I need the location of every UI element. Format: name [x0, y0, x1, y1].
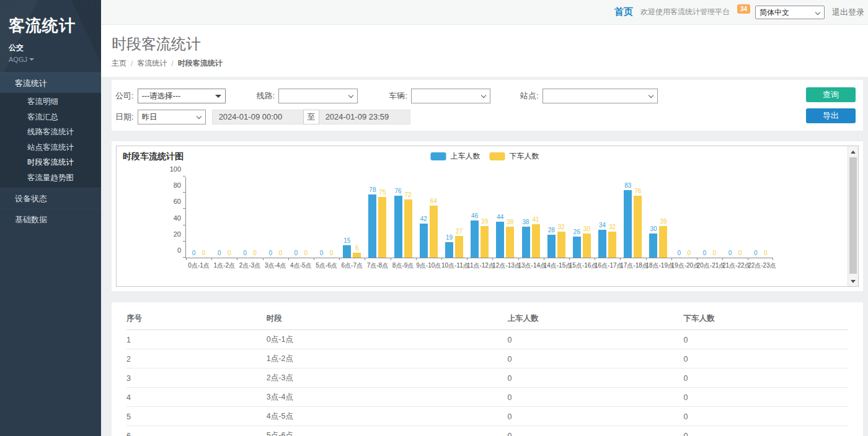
station-select[interactable] — [542, 89, 658, 103]
bar-column-alighting: 0 — [761, 250, 769, 258]
sidebar-item-station-stats[interactable]: 站点客流统计 — [0, 140, 101, 155]
breadcrumb-passenger-stats[interactable]: 客流统计 — [137, 58, 167, 69]
bar-alighting — [430, 206, 438, 258]
x-axis-category-label: 7点-8点 — [365, 261, 390, 270]
date-start-input[interactable]: 2024-01-09 00:00 — [212, 110, 304, 124]
cell-serial: 6 — [126, 426, 267, 436]
bar-group: 00 — [288, 250, 314, 258]
bar-value-label: 76 — [395, 188, 402, 195]
bar-value-label: 0 — [253, 250, 257, 257]
date-preset-select[interactable]: 昨日 — [138, 110, 206, 124]
bar-alighting — [378, 197, 386, 258]
filter-row-1: 公司: ---请选择--- 线路: 车辆: 站点: — [115, 88, 795, 104]
bar-group: 00 — [314, 250, 339, 258]
x-axis-category-label: 9点-10点 — [416, 261, 441, 270]
cell-serial: 2 — [126, 349, 267, 368]
bar-group: 7875 — [365, 186, 390, 258]
bar-column-boarding: 30 — [649, 225, 657, 258]
logout-link[interactable]: 退出登录 — [832, 7, 864, 18]
bar-value-label: 0 — [703, 250, 707, 257]
station-label: 站点: — [520, 90, 539, 102]
org-code-dropdown[interactable]: AQGJ — [9, 56, 92, 63]
bar-column-alighting: 38 — [506, 219, 514, 258]
x-axis-category-label: 18点-19点 — [645, 261, 671, 270]
bar-group: 2832 — [544, 224, 569, 258]
bar-group: 00 — [748, 250, 773, 258]
x-axis-category-label: 21点-22点 — [722, 261, 748, 270]
chart-legend: 上车人数 下车人数 — [431, 151, 544, 162]
bar-column-boarding: 26 — [573, 229, 581, 258]
bar-boarding — [394, 196, 402, 258]
cell-serial: 4 — [126, 388, 267, 407]
line-label: 线路: — [257, 90, 275, 102]
company-select-value: ---请选择--- — [142, 92, 180, 100]
export-button[interactable]: 导出 — [806, 108, 856, 123]
bar-value-label: 0 — [687, 250, 691, 257]
bar-column-alighting: 27 — [455, 228, 463, 258]
vehicle-select[interactable] — [411, 89, 490, 103]
cell-boarding: 0 — [508, 426, 684, 436]
cell-boarding: 0 — [508, 407, 684, 426]
sidebar-item-base-data[interactable]: 基础数据 — [0, 209, 101, 230]
scrollbar-down-arrow[interactable] — [848, 276, 858, 286]
bar-column-boarding: 0 — [241, 250, 249, 258]
scrollbar-up-arrow[interactable] — [848, 146, 858, 157]
bar-column-alighting: 0 — [277, 250, 285, 258]
bar-column-alighting: 72 — [404, 191, 412, 258]
bar-value-label: 72 — [405, 191, 412, 199]
x-axis-category-label: 4点-5点 — [288, 261, 314, 270]
bar-group: 8376 — [620, 182, 645, 258]
sidebar-item-period-stats[interactable]: 时段客流统计 — [0, 155, 101, 170]
home-link[interactable]: 首页 — [614, 6, 633, 18]
bar-column-boarding: 0 — [726, 250, 734, 258]
bar-value-label: 0 — [202, 250, 206, 257]
app-logo-title: 客流统计 — [9, 15, 92, 37]
bar-value-label: 76 — [634, 188, 641, 195]
date-to-label: 至 — [303, 110, 319, 124]
sidebar-group-passenger-stats[interactable]: 客流统计 — [0, 72, 101, 93]
cell-boarding: 0 — [508, 388, 684, 407]
bar-column-boarding: 0 — [701, 250, 709, 258]
sidebar-item-trend-chart[interactable]: 客流量趋势图 — [0, 170, 101, 186]
table-panel: 序号 时段 上车人数 下车人数 10点-1点0021点-2点0032点-3点00… — [112, 302, 863, 436]
bar-column-alighting: 75 — [378, 189, 386, 258]
bar-group: 3039 — [645, 218, 671, 258]
sidebar-logo-block: 客流统计 公交 AQGJ — [0, 0, 101, 72]
bar-boarding — [471, 220, 479, 258]
chart-bars: 0000000000001567875767242641927463944383… — [186, 177, 773, 258]
date-end-input[interactable]: 2024-01-09 23:59 — [319, 110, 410, 124]
breadcrumb-current: 时段客流统计 — [178, 58, 223, 69]
bar-alighting — [557, 232, 565, 258]
scrollbar-thumb[interactable] — [849, 157, 857, 274]
bar-column-boarding: 38 — [522, 219, 530, 258]
table-row: 21点-2点00 — [126, 349, 848, 368]
bar-value-label: 0 — [728, 250, 732, 257]
bar-value-label: 42 — [420, 216, 427, 223]
x-axis-category-label: 15点-16点 — [569, 261, 595, 270]
bar-alighting — [353, 253, 361, 258]
company-select[interactable]: ---请选择--- — [138, 89, 226, 103]
cell-alighting: 0 — [684, 388, 848, 407]
sidebar-item-device-status[interactable]: 设备状态 — [0, 188, 101, 209]
bar-column-alighting: 76 — [634, 188, 642, 258]
chevron-down-icon — [196, 114, 201, 119]
bar-value-label: 78 — [369, 186, 376, 194]
sidebar-item-passenger-summary[interactable]: 客流汇总 — [0, 110, 101, 125]
breadcrumb-home[interactable]: 主页 — [112, 58, 126, 69]
sidebar-item-line-stats[interactable]: 线路客流统计 — [0, 124, 101, 140]
query-button[interactable]: 查询 — [806, 87, 856, 102]
breadcrumb-separator: / — [131, 59, 133, 68]
bar-value-label: 27 — [456, 228, 463, 235]
x-axis-category-label: 19点-20点 — [671, 261, 697, 270]
line-select[interactable] — [278, 89, 358, 103]
cell-serial: 1 — [126, 330, 267, 349]
language-select[interactable]: 简体中文 — [755, 6, 825, 19]
bar-value-label: 0 — [713, 250, 717, 257]
x-axis-category-label: 3点-4点 — [263, 261, 288, 270]
x-axis-category-label: 11点-12点 — [467, 261, 492, 270]
cell-alighting: 0 — [684, 407, 848, 426]
bar-group: 1927 — [441, 228, 467, 258]
sidebar-item-passenger-detail[interactable]: 客流明细 — [0, 94, 101, 110]
bar-value-label: 0 — [754, 250, 758, 257]
bar-column-boarding: 0 — [190, 250, 198, 258]
